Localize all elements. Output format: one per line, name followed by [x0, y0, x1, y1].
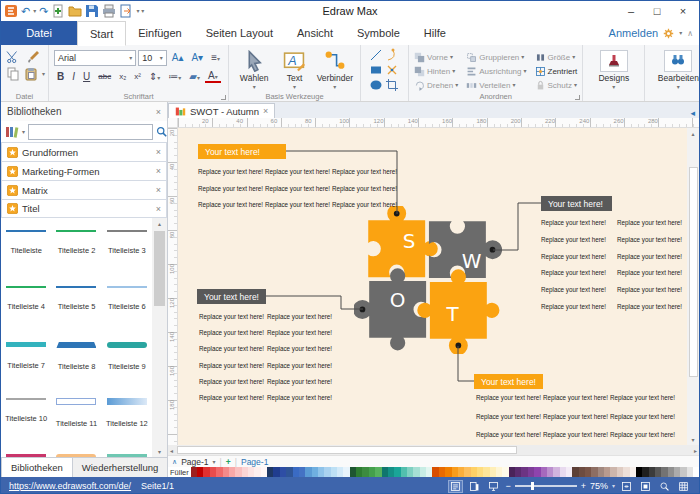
placeholder-text[interactable]: Replace your text here! [267, 362, 332, 369]
placeholder-text[interactable]: Replace your text here! [199, 362, 264, 369]
font-dialog-launcher[interactable] [221, 95, 226, 100]
library-close-icon[interactable]: × [156, 147, 161, 157]
gruppieren-button[interactable]: Gruppieren▾ [466, 51, 526, 63]
shape-item-titelleiste-6[interactable]: Titelleiste 6 [102, 278, 152, 334]
zoom-in-button[interactable]: + [581, 481, 586, 491]
normal-view-button[interactable] [448, 480, 463, 493]
maximize-button[interactable]: □ [644, 2, 670, 20]
fit-window-button[interactable] [619, 480, 634, 493]
placeholder-text[interactable]: Replace your text here! [617, 269, 682, 276]
library-close-icon[interactable]: × [156, 204, 161, 214]
placeholder-text[interactable]: Replace your text here! [541, 219, 606, 226]
library-item-marketing-formen[interactable]: Marketing-Formen× [1, 161, 167, 180]
swot-text-label[interactable]: Your text here! [541, 196, 612, 211]
libraries-panel-close-icon[interactable]: × [156, 107, 161, 117]
shape-item-titelleiste-2[interactable]: Titelleiste 2 [51, 222, 101, 278]
close-button[interactable]: × [670, 2, 696, 20]
swot-text-label[interactable]: Your text here! [197, 289, 266, 304]
page-dropdown[interactable]: Page-1 [181, 457, 208, 467]
hinten-button[interactable]: Hinten▾ [414, 65, 458, 77]
new-page-icon[interactable] [51, 4, 65, 18]
gear-dropdown-icon[interactable]: ▾ [679, 30, 682, 36]
menu-tab-start[interactable]: Start [77, 21, 126, 46]
bold-button[interactable]: B [54, 71, 67, 82]
library-search-input[interactable] [28, 124, 153, 140]
undo-dropdown-icon[interactable]: ▾ [33, 8, 36, 14]
qat-more-icon[interactable]: ▾ ▾ [136, 8, 144, 14]
rectangle-tool-icon[interactable] [369, 63, 383, 77]
menu-tab-datei[interactable]: Datei [1, 21, 77, 45]
placeholder-text[interactable]: Replace your text here! [476, 413, 541, 420]
library-icon[interactable] [5, 125, 19, 139]
tab-scroll-left-icon[interactable]: ◂ [690, 108, 699, 118]
placeholder-text[interactable]: Replace your text here! [265, 201, 330, 208]
canvas-hscroll-thumb[interactable] [177, 446, 517, 454]
gr-e-button[interactable]: Größe▾ [535, 51, 578, 63]
canvas-scroll-right-icon[interactable]: ▸ [692, 447, 699, 454]
placeholder-text[interactable]: Replace your text here! [199, 394, 264, 401]
shape-item[interactable] [102, 446, 152, 457]
highlight-button[interactable]: ▰▾ [186, 71, 203, 82]
strikethrough-button[interactable]: abc [95, 72, 114, 81]
minimize-button[interactable]: – [618, 2, 644, 20]
placeholder-text[interactable]: Replace your text here! [610, 413, 675, 420]
placeholder-text[interactable]: Replace your text here! [617, 219, 682, 226]
document-tab[interactable]: SWOT - Autumn × [168, 103, 275, 118]
shapes-scrollbar[interactable]: ▴ ▾ [152, 218, 167, 457]
underline-button[interactable]: U [80, 71, 93, 82]
select-tool-button[interactable]: Wählen▾ [234, 48, 274, 91]
scroll-up-icon[interactable]: ▴ [158, 218, 161, 229]
placeholder-text[interactable]: Replace your text here! [617, 236, 682, 243]
open-folder-icon[interactable] [68, 4, 82, 18]
zoom-dropdown-icon[interactable]: ▾ [612, 483, 615, 489]
placeholder-text[interactable]: Replace your text here! [199, 345, 264, 352]
placeholder-text[interactable]: Replace your text here! [541, 236, 606, 243]
line-tool-icon[interactable] [369, 48, 383, 62]
page-tab[interactable]: Page-1 [241, 457, 268, 467]
canvas-vscroll-thumb[interactable] [689, 167, 698, 377]
superscript-button[interactable]: x² [131, 72, 144, 81]
arrange-dialog-launcher[interactable] [575, 95, 580, 100]
canvas-scroll-left-icon[interactable]: ◂ [168, 447, 175, 454]
shape-item-titelleiste-11[interactable]: Titelleiste 11 [51, 390, 101, 446]
library-item-titel[interactable]: Titel× [1, 199, 167, 218]
placeholder-text[interactable]: Replace your text here! [267, 378, 332, 385]
zoom-slider-thumb[interactable] [531, 482, 534, 490]
drawing-canvas[interactable]: S W O T Your text here!Replace your text… [178, 128, 687, 445]
vorne-button[interactable]: Vorne▾ [414, 51, 458, 63]
placeholder-text[interactable]: Replace your text here! [267, 345, 332, 352]
connector-tool-button[interactable]: Verbinder▾ [315, 48, 355, 91]
decrease-font-button[interactable]: A▾ [188, 52, 206, 63]
placeholder-text[interactable]: Replace your text here! [198, 168, 263, 175]
placeholder-text[interactable]: Replace your text here! [541, 286, 606, 293]
shape-item-titelleiste[interactable]: Titelleiste [1, 222, 51, 278]
schutz-button[interactable]: Schutz▾ [535, 79, 578, 91]
placeholder-text[interactable]: Replace your text here! [267, 313, 332, 320]
zoom-slider[interactable] [515, 485, 577, 487]
export-icon[interactable] [119, 4, 133, 18]
cut-icon[interactable] [6, 50, 20, 64]
placeholder-text[interactable]: Replace your text here! [541, 303, 606, 310]
fit-page-button[interactable] [638, 480, 653, 493]
placeholder-text[interactable]: Replace your text here! [610, 394, 675, 401]
shape-item-titelleiste-5[interactable]: Titelleiste 5 [51, 278, 101, 334]
placeholder-text[interactable]: Replace your text here! [543, 413, 608, 420]
shape-item-titelleiste-7[interactable]: Titelleiste 7 [1, 334, 51, 390]
zoom-out-button[interactable]: − [505, 481, 510, 491]
font-color-button[interactable]: A▾ [205, 70, 221, 83]
placeholder-text[interactable]: Replace your text here! [617, 303, 682, 310]
canvas-horizontal-scrollbar[interactable]: ◂ ▸ [168, 445, 699, 455]
cross-tool-icon[interactable] [385, 63, 399, 77]
placeholder-text[interactable]: Replace your text here! [541, 253, 606, 260]
placeholder-text[interactable]: Replace your text here! [610, 431, 675, 438]
shape-item-titelleiste-9[interactable]: Titelleiste 9 [102, 334, 152, 390]
undo-icon[interactable]: ↶ [21, 6, 30, 17]
menu-tab-symbole[interactable]: Symbole [345, 21, 412, 45]
library-close-icon[interactable]: × [156, 166, 161, 176]
placeholder-text[interactable]: Replace your text here! [543, 394, 608, 401]
placeholder-text[interactable]: Replace your text here! [476, 431, 541, 438]
print-icon[interactable] [102, 4, 116, 18]
tab-wiederherstellung[interactable]: Wiederherstellung [73, 458, 168, 477]
collapse-ribbon-icon[interactable]: ∧ [687, 29, 693, 38]
shape-item[interactable] [51, 446, 101, 457]
